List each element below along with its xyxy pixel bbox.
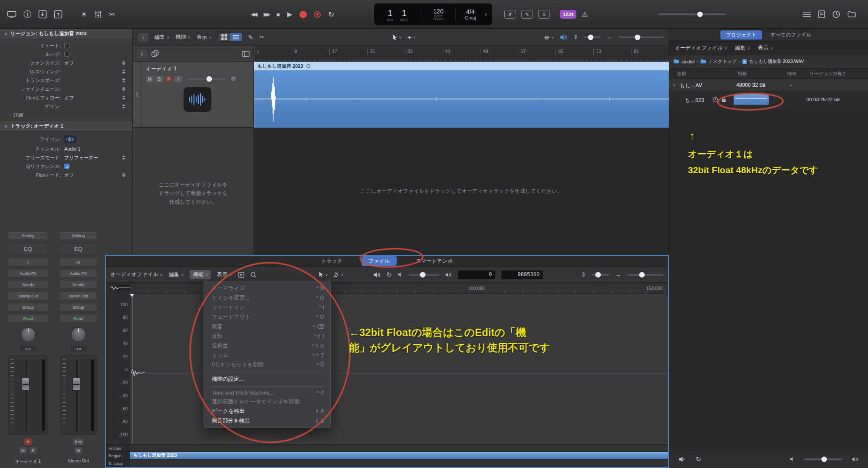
tab-project[interactable]: プロジェクト	[720, 30, 763, 40]
prelisten-volume-slider[interactable]	[804, 458, 842, 460]
strip-group-slot[interactable]: Group	[60, 303, 97, 311]
strip-input-format-button[interactable]: ○	[8, 258, 48, 266]
vertical-zoom-slider[interactable]	[584, 36, 601, 38]
loop-row[interactable]: ループ:	[0, 50, 132, 59]
stepper[interactable]	[121, 155, 126, 160]
volume-fader[interactable]	[60, 356, 97, 435]
vertical-zoom-slider[interactable]	[592, 274, 609, 276]
apple-loops-icon[interactable]	[832, 10, 840, 18]
strip-input-format-button[interactable]: ∞	[60, 258, 97, 266]
inspector-icon[interactable]: ⓘ	[23, 9, 31, 20]
edit-menu-button[interactable]: 編集 ∨	[735, 44, 750, 52]
region-lane[interactable]: Region もしもし追加音 2023	[106, 452, 668, 459]
strip-output-slot[interactable]: Stereo Out	[60, 292, 97, 300]
tab-file[interactable]: ファイル	[362, 256, 397, 266]
stepper[interactable]	[121, 104, 126, 109]
functions-menu-button[interactable]: 機能 ∨	[176, 33, 191, 41]
slider-knob[interactable]	[635, 34, 640, 40]
secondary-tool-button[interactable]: + ∨	[408, 34, 416, 41]
bounce-button[interactable]: Bnc	[73, 438, 83, 445]
zoom-tool-icon[interactable]	[250, 272, 256, 278]
slider-knob[interactable]	[420, 272, 425, 277]
mute-button[interactable]: M	[20, 447, 27, 454]
strip-eq-button[interactable]: EQ	[8, 243, 48, 254]
view-menu-button[interactable]: 表示 ∨	[197, 33, 212, 41]
list-view-button[interactable]	[230, 33, 242, 41]
stepper[interactable]	[121, 87, 126, 91]
lcd-display[interactable]: 1BAR 1BEAT 120 KEEP TEMPO 4/4 Cmaj ∨	[374, 3, 492, 25]
export-icon[interactable]	[54, 10, 62, 19]
gain-row[interactable]: ゲイン:	[0, 102, 132, 111]
monitor-icon[interactable]	[7, 10, 16, 19]
length-value-box[interactable]: 9895360	[501, 270, 543, 279]
note-pads-icon[interactable]	[818, 10, 825, 18]
mute-row[interactable]: ミュート:	[0, 41, 132, 50]
file-row-region[interactable]: も…023 ↓ 00:03:25:22.59	[669, 91, 868, 110]
rewind-button[interactable]: ◀◀	[251, 11, 256, 17]
strip-setting-button[interactable]: Setting	[8, 232, 48, 239]
icon-row[interactable]: アイコン:	[0, 134, 132, 145]
play-button[interactable]: ▶	[287, 10, 293, 18]
list-editors-icon[interactable]	[803, 11, 811, 17]
functions-menu-button[interactable]: 機能 ∨	[190, 270, 211, 279]
strip-audio-fx-slot[interactable]: Audio FX	[60, 270, 97, 277]
solo-mode-icon[interactable]: S	[538, 10, 550, 19]
stepper[interactable]	[121, 61, 126, 65]
record-button[interactable]	[299, 11, 307, 18]
strip-sends-slot[interactable]: Sends	[8, 281, 48, 288]
flex-mode-row[interactable]: Flexモード: オフ	[0, 171, 132, 179]
view-menu-button[interactable]: 表示 ∨	[217, 271, 232, 278]
menu-item-function-settings[interactable]: 機能の設定...	[204, 374, 330, 384]
disclosure-chevron-icon[interactable]: ∨	[673, 83, 676, 87]
mute-checkbox[interactable]	[64, 43, 69, 48]
waveform-overview[interactable]	[109, 284, 132, 291]
scissors-tool-icon[interactable]: ✂	[260, 34, 264, 40]
track-header-options-icon[interactable]	[242, 51, 250, 57]
capture-recording-button[interactable]	[314, 11, 321, 18]
tab-all-files[interactable]: すべてのファイル	[765, 30, 817, 40]
prelisten-volume-slider[interactable]	[409, 274, 439, 276]
channel-row[interactable]: チャンネル: Audio 1	[0, 145, 132, 153]
region-waveform-thumbnail[interactable]	[733, 94, 769, 105]
pencil-icon[interactable]: ✎	[521, 10, 533, 19]
duplicate-track-icon[interactable]	[151, 50, 159, 57]
strip-audio-fx-slot[interactable]: Audio FX	[8, 270, 48, 277]
region-lane-bar[interactable]: もしもし追加音 2023	[130, 452, 668, 459]
breadcrumb-item[interactable]: studiof	[681, 59, 695, 64]
master-volume-slider[interactable]	[658, 13, 726, 15]
stepper[interactable]	[121, 69, 126, 74]
chevron-down-icon[interactable]: ∨	[484, 12, 487, 16]
stepper[interactable]	[121, 173, 126, 177]
scissors-icon[interactable]: ✂	[109, 10, 115, 19]
punch-in-icon[interactable]: ✗	[504, 10, 516, 19]
track-solo-button[interactable]: S	[155, 76, 163, 82]
pan-knob[interactable]	[71, 327, 86, 342]
track-volume-slider[interactable]	[187, 78, 225, 80]
breadcrumb-item[interactable]: デスクトップ	[708, 59, 736, 65]
pointer-tool-button[interactable]: ∨	[319, 272, 328, 277]
tab-track[interactable]: トラック	[317, 257, 347, 266]
metronome-warning-icon[interactable]: ⚠	[582, 10, 588, 19]
strip-automation-slot[interactable]: Read	[60, 315, 97, 322]
column-region-length[interactable]: リージョンの長さ	[809, 71, 846, 77]
track-inspector-header[interactable]: ∨ トラック: オーディオ 1	[0, 121, 132, 132]
horizontal-zoom-slider[interactable]	[627, 274, 664, 276]
strip-automation-slot[interactable]: Read	[8, 315, 48, 322]
volume-fader[interactable]	[8, 356, 48, 435]
q-reference-row[interactable]: Qリファレンス:	[0, 162, 132, 171]
anchor-lane[interactable]: Anchor	[106, 444, 668, 452]
menu-item-detect-silence[interactable]: 無音部分を検出 ⇧ S	[204, 416, 330, 425]
track-mute-button[interactable]: M	[146, 76, 154, 82]
track-icon-button[interactable]	[64, 135, 76, 143]
strip-setting-button[interactable]: Setting	[60, 232, 97, 239]
track-name[interactable]: オーディオ 1	[146, 65, 249, 73]
menu-item-detect-peaks[interactable]: ピークを検出 ⇧ P	[204, 406, 330, 416]
transpose-row[interactable]: トランスポーズ:	[0, 76, 132, 85]
catch-playhead-icon[interactable]	[238, 272, 244, 278]
strip-group-slot[interactable]: Group	[8, 303, 48, 311]
track-pan-knob[interactable]	[230, 76, 237, 82]
slider-knob[interactable]	[588, 34, 594, 40]
track-input-monitor-button[interactable]: I	[174, 76, 182, 82]
slider-knob[interactable]	[595, 272, 601, 277]
bar-ruler[interactable]: 1 9 17 25 33 41 49 57 65 73 81	[254, 46, 669, 62]
